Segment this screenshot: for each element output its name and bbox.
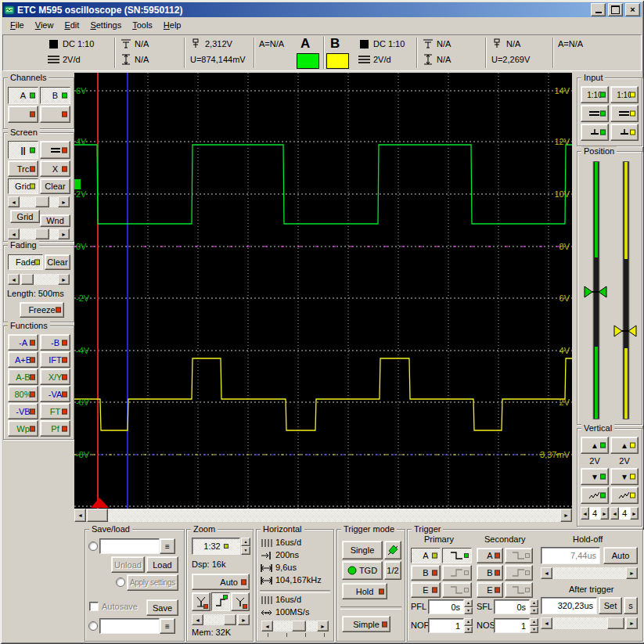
scope-display[interactable]: 6V4V2V0V-2V-4V-6V-8V14V12V10V8V6V4V2V3,3… [74, 73, 572, 509]
menu-settings[interactable]: Settings [85, 19, 128, 31]
zoom-anchor-trigger-button[interactable] [211, 592, 230, 611]
primary-edge-b-button[interactable] [442, 565, 472, 581]
scroll-left-icon[interactable]: ◄ [192, 614, 203, 625]
ground-a-button[interactable] [581, 124, 609, 141]
nop-spinner[interactable]: ▲▼ [464, 618, 473, 633]
filter-a-button[interactable] [581, 487, 609, 504]
grid-button[interactable]: Grid [8, 178, 38, 194]
coupling-b-button[interactable] [610, 105, 639, 122]
menu-view[interactable]: View [31, 19, 60, 31]
secondary-source-b-button[interactable]: B [477, 565, 503, 581]
channel-a-color-swatch[interactable] [297, 53, 319, 69]
simple-button[interactable]: Simple [342, 616, 390, 632]
half-button[interactable]: 1/2 [384, 561, 401, 580]
tab-wnd[interactable]: Wnd [40, 214, 70, 227]
probe-a-button[interactable]: 1:10 [581, 86, 609, 103]
scale-up-a-button[interactable]: ▲ [581, 437, 609, 454]
sfl-field[interactable]: 0s [494, 599, 530, 614]
close-button[interactable]: × [625, 3, 640, 16]
spin-down-icon[interactable]: ▼ [464, 626, 473, 634]
minimize-button[interactable] [591, 3, 606, 16]
scroll-left-icon[interactable]: ◄ [541, 617, 552, 629]
save-file-field[interactable] [99, 618, 160, 634]
function-neg-a-button[interactable]: -A [8, 334, 38, 351]
fade-length-scrollbar[interactable]: ◄ ► [8, 274, 70, 285]
scope-h-scrollbar[interactable]: ◄ ► [74, 509, 572, 522]
single-button[interactable]: Single [342, 541, 383, 559]
function-neg-va-button[interactable]: -VA [40, 386, 70, 402]
function-80pct-button[interactable]: 80% [8, 386, 38, 402]
spin-left-icon[interactable]: ◄ [610, 507, 619, 520]
scroll-right-icon[interactable]: ► [317, 621, 329, 631]
function-ift-button[interactable]: IFT [40, 351, 70, 368]
primary-edge-e-button[interactable] [442, 582, 472, 598]
zoom-scrollbar[interactable]: ◄ ► [192, 614, 250, 625]
nop-field[interactable]: 1 [428, 618, 464, 633]
scrollbar-thumb[interactable] [21, 274, 34, 285]
scroll-left-icon[interactable]: ◄ [8, 228, 20, 239]
scrollbar-thumb[interactable] [607, 617, 624, 629]
after-trigger-scrollbar[interactable]: ◄ ► [541, 617, 638, 629]
scroll-right-icon[interactable]: ► [238, 614, 250, 625]
secondary-source-e-button[interactable]: E [477, 582, 503, 598]
scroll-right-icon[interactable]: ► [560, 509, 572, 522]
channel-b-color-swatch[interactable] [326, 53, 349, 69]
load-file-field[interactable] [99, 538, 160, 554]
spin-up-icon[interactable]: ▲ [464, 599, 473, 607]
save-slot-radio[interactable] [88, 621, 98, 631]
scrollbar-thumb[interactable] [35, 196, 49, 207]
probe-b-button[interactable]: 1:10 [610, 86, 639, 103]
sfl-spinner[interactable]: ▲▼ [530, 599, 538, 614]
spin-up-icon[interactable]: ▲ [530, 599, 538, 607]
fade-button[interactable]: Fade [8, 254, 43, 270]
scroll-right-icon[interactable]: ► [58, 196, 70, 207]
scroll-left-icon[interactable]: ◄ [541, 567, 552, 579]
hold-button[interactable]: Hold [342, 583, 387, 599]
scrollbar-thumb[interactable] [292, 621, 306, 631]
secondary-edge-b-button[interactable] [505, 565, 533, 581]
tgd-button[interactable]: TGD [342, 561, 383, 580]
primary-source-e-button[interactable]: E [411, 582, 441, 598]
load-button[interactable]: Load [146, 556, 178, 573]
load-file-menu-button[interactable]: ≡ [160, 538, 175, 554]
function-xy-button[interactable]: X/Y [40, 369, 70, 385]
holdoff-auto-button[interactable]: Auto [603, 547, 638, 564]
scroll-left-icon[interactable]: ◄ [261, 621, 273, 631]
channel-b-aux-button[interactable] [40, 106, 70, 123]
holdoff-scrollbar[interactable]: ◄ ► [541, 567, 638, 579]
zoom-anchor-left-button[interactable] [192, 592, 210, 611]
function-neg-b-button[interactable]: -B [40, 334, 70, 351]
lines-mode-button[interactable] [40, 141, 70, 159]
scroll-left-icon[interactable]: ◄ [74, 509, 86, 522]
nos-field[interactable]: 1 [494, 618, 530, 633]
load-slot-radio[interactable] [88, 541, 98, 551]
function-neg-vb-button[interactable]: -VB [8, 403, 38, 419]
x-mode-button[interactable]: X [40, 160, 70, 177]
scroll-right-icon[interactable]: ► [626, 567, 638, 579]
pause-button[interactable]: || [8, 141, 38, 159]
secondary-edge-e-button[interactable] [505, 582, 533, 598]
seconds-button[interactable]: s [624, 597, 638, 614]
fade-clear-button[interactable]: Clear [45, 254, 70, 270]
channel-a-aux-button[interactable] [8, 106, 38, 123]
scrollbar-thumb[interactable] [224, 614, 236, 625]
zoom-anchor-right-button[interactable] [231, 592, 250, 611]
function-wp-button[interactable]: Wp [8, 420, 38, 437]
pfl-spinner[interactable]: ▲▼ [464, 599, 473, 614]
unload-button[interactable]: Unload [111, 556, 145, 573]
save-file-menu-button[interactable]: ≡ [160, 618, 175, 634]
position-slider-b[interactable] [613, 161, 637, 419]
holdoff-field[interactable]: 7,44us [541, 547, 600, 564]
save-button[interactable]: Save [146, 599, 178, 616]
scrollbar-thumb[interactable] [87, 509, 108, 522]
maximize-button[interactable] [608, 3, 623, 16]
spin-left-icon[interactable]: ◄ [581, 507, 589, 520]
secondary-edge-a-button[interactable] [505, 548, 533, 563]
filter-b-spinner[interactable]: ◄ 4 ► [610, 507, 639, 520]
function-ft-button[interactable]: FT [40, 403, 70, 419]
scroll-right-icon[interactable]: ► [626, 617, 638, 629]
spin-up-icon[interactable]: ▲ [241, 538, 250, 546]
scroll-right-icon[interactable]: ► [58, 228, 70, 239]
menu-tools[interactable]: Tools [128, 19, 159, 31]
coupling-a-button[interactable] [581, 105, 609, 122]
